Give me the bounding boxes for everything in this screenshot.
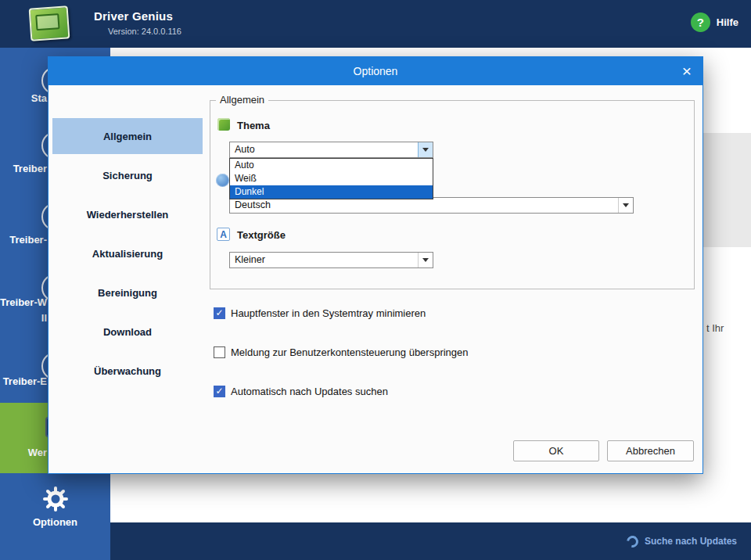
sidebar-item-label: Sta — [0, 92, 47, 104]
cancel-button[interactable]: Abbrechen — [607, 440, 694, 461]
help-label: Hilfe — [717, 16, 738, 28]
chevron-down-icon — [422, 148, 429, 152]
background-panel — [703, 133, 751, 247]
sidebar-item-label: Wer — [0, 447, 47, 458]
help-button[interactable]: ? Hilfe — [691, 13, 738, 32]
app-version: Version: 24.0.0.116 — [94, 27, 181, 36]
sidebar-item-optionen[interactable]: Optionen — [0, 486, 110, 512]
app-window: Driver Genius Version: 24.0.0.116 ? Hilf… — [0, 0, 751, 560]
language-globe-icon — [216, 174, 229, 187]
dialog-nav-allgemein[interactable]: Allgemein — [52, 118, 203, 154]
checkbox-row-autoupdate: ✓ Automatisch nach Updates suchen — [214, 386, 388, 397]
chevron-down-icon — [422, 258, 429, 262]
checkbox-row-systemtray: ✓ Hauptfenster in den Systemtray minimie… — [214, 307, 426, 319]
checkbox-systemtray[interactable]: ✓ — [214, 307, 225, 319]
theme-dropdown-value: Auto — [235, 142, 255, 157]
driver-genius-logo-icon — [29, 5, 70, 41]
help-question-icon: ? — [691, 13, 710, 32]
dialog-body: Allgemein Sicherung Wiederherstellen Akt… — [49, 85, 702, 474]
groupbox-legend: Allgemein — [216, 94, 268, 106]
title-block: Driver Genius Version: 24.0.0.116 — [94, 9, 181, 36]
text-size-icon: A — [217, 228, 230, 241]
theme-icon — [217, 118, 230, 131]
checkbox-autoupdate[interactable]: ✓ — [214, 386, 225, 397]
sidebar-item-label: Treiber- — [0, 234, 47, 246]
ok-button[interactable]: OK — [513, 440, 599, 461]
dialog-nav-aktualisierung[interactable]: Aktualisierung — [52, 235, 203, 271]
dialog-title: Optionen — [49, 57, 702, 85]
background-text-fragment: t Ihr — [706, 322, 724, 334]
close-icon[interactable]: × — [682, 60, 692, 82]
check-icon: ✓ — [215, 308, 223, 318]
theme-dropdown-list: Auto Weiß Dunkel — [229, 158, 433, 199]
sidebar-item-label: Treiber-W — [0, 296, 47, 308]
sidebar-item-label: Optionen — [0, 516, 110, 528]
dialog-nav-wiederherstellen[interactable]: Wiederherstellen — [52, 196, 203, 232]
dialog-nav-download[interactable]: Download — [52, 314, 203, 350]
language-dropdown-value: Deutsch — [235, 198, 271, 213]
theme-label: Thema — [237, 120, 270, 131]
dialog-nav-bereinigung[interactable]: Bereinigung — [52, 275, 203, 311]
dialog-nav-ueberwachung[interactable]: Überwachung — [52, 353, 203, 389]
checkbox-label: Meldung zur Benutzerkontensteuerung über… — [231, 346, 469, 358]
theme-dropdown-button[interactable] — [418, 142, 433, 157]
checkbox-label: Hauptfenster in den Systemtray minimiere… — [231, 307, 426, 319]
language-dropdown[interactable]: Deutsch — [229, 197, 634, 214]
theme-dropdown[interactable]: Auto — [229, 142, 433, 158]
gear-icon — [43, 486, 68, 512]
chevron-down-icon — [623, 203, 629, 207]
language-dropdown-button[interactable] — [618, 198, 633, 213]
sidebar-item-label: Treiber — [0, 163, 47, 174]
textsize-dropdown[interactable]: Kleiner — [229, 252, 433, 268]
status-bar: Suche nach Updates — [110, 522, 751, 560]
allgemein-groupbox: Allgemein Thema Auto Auto Weiß Dunkel De… — [210, 100, 695, 289]
options-dialog: Optionen × Allgemein Sicherung Wiederher… — [48, 56, 703, 474]
app-header: Driver Genius Version: 24.0.0.116 ? Hilf… — [0, 0, 751, 48]
sidebar-item-label: Treiber-E — [0, 375, 47, 387]
theme-option-dunkel[interactable]: Dunkel — [230, 185, 433, 199]
theme-option-weiss[interactable]: Weiß — [230, 172, 433, 185]
sidebar-item-label-line2: ll — [0, 312, 47, 324]
textsize-dropdown-value: Kleiner — [235, 253, 265, 267]
checkbox-row-uac: ✓ Meldung zur Benutzerkontensteuerung üb… — [214, 346, 469, 358]
logo-inner-shape — [35, 13, 59, 31]
check-updates-link[interactable]: Suche nach Updates — [645, 536, 737, 547]
check-icon: ✓ — [215, 386, 223, 397]
textsize-dropdown-button[interactable] — [418, 253, 433, 267]
dialog-nav-sicherung[interactable]: Sicherung — [52, 157, 203, 193]
checkbox-uac[interactable]: ✓ — [214, 346, 225, 358]
update-spinner-icon — [624, 533, 641, 550]
theme-option-auto[interactable]: Auto — [230, 159, 433, 172]
textsize-label: Textgröße — [237, 229, 286, 241]
app-title: Driver Genius — [94, 9, 181, 23]
dialog-titlebar[interactable]: Optionen × — [49, 57, 702, 85]
checkbox-label: Automatisch nach Updates suchen — [231, 386, 388, 397]
